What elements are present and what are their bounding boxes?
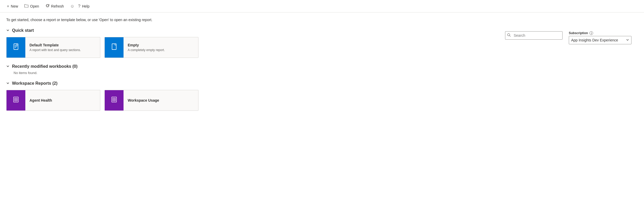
empty-text: Empty A completely empty report. xyxy=(124,43,169,52)
empty-doc-icon xyxy=(110,43,118,52)
svg-point-0 xyxy=(507,34,510,36)
recently-modified-header[interactable]: Recently modified workbooks (0) xyxy=(6,64,638,69)
default-template-doc-icon xyxy=(12,43,20,52)
main-content: To get started, choose a report or templ… xyxy=(0,13,644,122)
chevron-down-icon xyxy=(626,38,629,42)
workspace-usage-card[interactable]: Workspace Usage xyxy=(104,90,198,111)
svg-rect-6 xyxy=(112,44,116,50)
subscription-label: Subscription i xyxy=(569,31,631,35)
agent-health-card[interactable]: Agent Health xyxy=(6,90,100,111)
workspace-usage-text: Workspace Usage xyxy=(124,98,163,102)
workspace-reports-title: Workspace Reports (2) xyxy=(12,81,57,86)
workspace-reports-chevron-icon xyxy=(6,82,9,85)
new-button[interactable]: + New xyxy=(4,2,21,10)
agent-health-text: Agent Health xyxy=(25,98,56,102)
info-icon[interactable]: i xyxy=(589,31,593,35)
help-label: Help xyxy=(82,4,90,8)
refresh-label: Refresh xyxy=(51,4,64,8)
recently-modified-chevron-icon xyxy=(6,65,9,69)
subscription-select[interactable]: App Insights Dev Experience xyxy=(569,36,631,44)
search-input[interactable] xyxy=(505,31,563,40)
empty-icon-area xyxy=(105,37,124,58)
recently-modified-section: Recently modified workbooks (0) No items… xyxy=(6,64,638,75)
smiley-icon: ☺ xyxy=(70,4,74,9)
workspace-usage-icon-area xyxy=(105,90,124,110)
toolbar: + New Open Refresh ☺ ? Help xyxy=(0,0,644,13)
quickstart-title: Quick start xyxy=(12,28,34,33)
recently-modified-title: Recently modified workbooks (0) xyxy=(12,64,78,69)
empty-desc: A completely empty report. xyxy=(128,48,165,52)
search-icon xyxy=(507,33,511,38)
default-template-desc: A report with text and query sections. xyxy=(30,48,81,52)
agent-health-title: Agent Health xyxy=(30,98,52,102)
search-container xyxy=(505,31,563,40)
question-icon: ? xyxy=(78,4,80,9)
open-icon xyxy=(24,4,28,9)
no-items-text: No items found. xyxy=(14,71,638,75)
workspace-reports-cards: Agent Health xyxy=(6,90,638,111)
agent-health-icon-area xyxy=(7,90,25,110)
intro-text: To get started, choose a report or templ… xyxy=(6,18,638,22)
open-button[interactable]: Open xyxy=(22,2,42,10)
default-template-title: Default Template xyxy=(30,43,81,47)
plus-icon: + xyxy=(7,4,9,9)
new-label: New xyxy=(11,4,18,8)
controls-row: Subscription i App Insights Dev Experien… xyxy=(505,31,631,44)
workspace-reports-section: Workspace Reports (2) xyxy=(6,81,638,111)
refresh-icon xyxy=(45,4,50,9)
help-button[interactable]: ☺ ? Help xyxy=(68,2,92,10)
default-template-card[interactable]: Default Template A report with text and … xyxy=(6,37,100,58)
svg-line-1 xyxy=(510,36,511,37)
subscription-value: App Insights Dev Experience xyxy=(571,38,618,42)
empty-title: Empty xyxy=(128,43,165,47)
empty-card[interactable]: Empty A completely empty report. xyxy=(104,37,198,58)
workspace-reports-header[interactable]: Workspace Reports (2) xyxy=(6,81,638,86)
default-template-text: Default Template A report with text and … xyxy=(25,43,85,52)
workspace-usage-workbook-icon xyxy=(110,96,118,105)
subscription-container: Subscription i App Insights Dev Experien… xyxy=(569,31,631,44)
svg-rect-2 xyxy=(14,44,18,50)
refresh-button[interactable]: Refresh xyxy=(43,2,67,10)
open-label: Open xyxy=(30,4,39,8)
quickstart-chevron-icon xyxy=(6,29,9,33)
agent-health-workbook-icon xyxy=(12,96,20,105)
default-template-icon-area xyxy=(7,37,25,58)
workspace-usage-title: Workspace Usage xyxy=(128,98,159,102)
